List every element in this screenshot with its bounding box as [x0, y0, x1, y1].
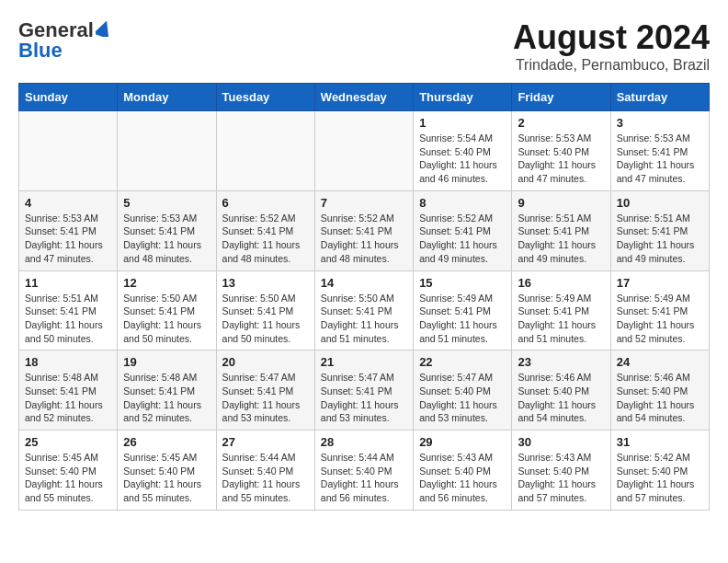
- day-of-week-header: Friday: [512, 84, 610, 111]
- day-of-week-header: Saturday: [610, 84, 709, 111]
- day-info: Sunrise: 5:44 AMSunset: 5:40 PMDaylight:…: [321, 451, 407, 505]
- day-number: 23: [518, 355, 604, 369]
- day-number: 19: [123, 355, 210, 369]
- sunrise-time: Sunrise: 5:43 AM: [518, 452, 591, 463]
- day-number: 2: [518, 116, 604, 130]
- daylight-hours: Daylight: 11 hours and 55 minutes.: [25, 478, 103, 503]
- calendar-day-cell: 6Sunrise: 5:52 AMSunset: 5:41 PMDaylight…: [216, 190, 314, 270]
- sunset-time: Sunset: 5:40 PM: [222, 465, 294, 477]
- day-number: 25: [25, 435, 111, 449]
- calendar-day-cell: 11Sunrise: 5:51 AMSunset: 5:41 PMDayligh…: [19, 270, 118, 350]
- sunset-time: Sunset: 5:40 PM: [518, 385, 589, 396]
- sunrise-time: Sunrise: 5:44 AM: [321, 452, 394, 463]
- day-info: Sunrise: 5:45 AMSunset: 5:40 PMDaylight:…: [25, 451, 111, 505]
- sunrise-time: Sunrise: 5:50 AM: [321, 293, 394, 304]
- sunset-time: Sunset: 5:41 PM: [123, 385, 195, 396]
- calendar-day-cell: 2Sunrise: 5:53 AMSunset: 5:40 PMDaylight…: [512, 111, 610, 191]
- daylight-hours: Daylight: 11 hours and 51 minutes.: [321, 319, 399, 344]
- svg-marker-0: [96, 20, 112, 37]
- sunrise-time: Sunrise: 5:53 AM: [123, 213, 197, 224]
- daylight-hours: Daylight: 11 hours and 56 minutes.: [321, 478, 399, 503]
- main-title: August 2024: [513, 18, 710, 57]
- sunrise-time: Sunrise: 5:53 AM: [25, 213, 98, 224]
- calendar-day-cell: 4Sunrise: 5:53 AMSunset: 5:41 PMDaylight…: [19, 190, 118, 270]
- day-info: Sunrise: 5:43 AMSunset: 5:40 PMDaylight:…: [518, 451, 604, 505]
- sunrise-time: Sunrise: 5:45 AM: [25, 452, 98, 463]
- day-number: 24: [617, 355, 703, 369]
- sunset-time: Sunset: 5:41 PM: [617, 146, 688, 157]
- sunrise-time: Sunrise: 5:45 AM: [123, 452, 197, 463]
- calendar-day-cell: [216, 111, 314, 191]
- calendar-day-cell: 8Sunrise: 5:52 AMSunset: 5:41 PMDaylight…: [414, 190, 512, 270]
- sunset-time: Sunset: 5:40 PM: [419, 465, 491, 477]
- sunset-time: Sunset: 5:41 PM: [518, 225, 589, 236]
- sunset-time: Sunset: 5:41 PM: [222, 385, 294, 396]
- day-number: 17: [617, 276, 703, 290]
- sunset-time: Sunset: 5:40 PM: [419, 146, 491, 157]
- daylight-hours: Daylight: 11 hours and 49 minutes.: [419, 239, 497, 264]
- sunrise-time: Sunrise: 5:48 AM: [25, 372, 98, 383]
- day-number: 13: [222, 276, 309, 290]
- day-info: Sunrise: 5:45 AMSunset: 5:40 PMDaylight:…: [123, 451, 210, 505]
- sunset-time: Sunset: 5:40 PM: [321, 465, 392, 477]
- daylight-hours: Daylight: 11 hours and 50 minutes.: [25, 319, 103, 344]
- day-number: 5: [123, 196, 210, 210]
- sunrise-time: Sunrise: 5:53 AM: [518, 132, 591, 144]
- calendar-day-cell: 26Sunrise: 5:45 AMSunset: 5:40 PMDayligh…: [118, 431, 216, 511]
- daylight-hours: Daylight: 11 hours and 50 minutes.: [123, 319, 201, 344]
- day-number: 22: [419, 355, 506, 369]
- sunrise-time: Sunrise: 5:50 AM: [123, 293, 197, 304]
- day-info: Sunrise: 5:52 AMSunset: 5:41 PMDaylight:…: [222, 212, 309, 266]
- sunrise-time: Sunrise: 5:43 AM: [419, 452, 493, 463]
- day-info: Sunrise: 5:47 AMSunset: 5:41 PMDaylight:…: [321, 371, 407, 425]
- calendar-day-cell: 17Sunrise: 5:49 AMSunset: 5:41 PMDayligh…: [610, 270, 709, 350]
- sunrise-time: Sunrise: 5:46 AM: [617, 372, 690, 383]
- sunrise-time: Sunrise: 5:52 AM: [321, 213, 394, 224]
- day-of-week-header: Monday: [118, 84, 216, 111]
- sunset-time: Sunset: 5:40 PM: [25, 465, 97, 477]
- day-number: 16: [518, 276, 604, 290]
- day-number: 11: [25, 276, 111, 290]
- day-number: 21: [321, 355, 407, 369]
- day-info: Sunrise: 5:44 AMSunset: 5:40 PMDaylight:…: [222, 451, 309, 505]
- day-number: 29: [419, 435, 506, 449]
- day-info: Sunrise: 5:49 AMSunset: 5:41 PMDaylight:…: [419, 292, 506, 346]
- day-info: Sunrise: 5:51 AMSunset: 5:41 PMDaylight:…: [617, 212, 703, 266]
- calendar-day-cell: 18Sunrise: 5:48 AMSunset: 5:41 PMDayligh…: [19, 350, 118, 431]
- title-section: August 2024 Trindade, Pernambuco, Brazil: [513, 18, 710, 74]
- sunrise-time: Sunrise: 5:44 AM: [222, 452, 296, 463]
- daylight-hours: Daylight: 11 hours and 49 minutes.: [617, 239, 695, 264]
- day-info: Sunrise: 5:46 AMSunset: 5:40 PMDaylight:…: [617, 371, 703, 425]
- daylight-hours: Daylight: 11 hours and 52 minutes.: [123, 399, 201, 424]
- day-number: 14: [321, 276, 407, 290]
- calendar-day-cell: 24Sunrise: 5:46 AMSunset: 5:40 PMDayligh…: [610, 350, 709, 431]
- sunset-time: Sunset: 5:41 PM: [222, 305, 294, 316]
- sunset-time: Sunset: 5:41 PM: [518, 305, 589, 316]
- sunrise-time: Sunrise: 5:53 AM: [617, 132, 690, 144]
- daylight-hours: Daylight: 11 hours and 53 minutes.: [222, 399, 301, 424]
- calendar-day-cell: 19Sunrise: 5:48 AMSunset: 5:41 PMDayligh…: [118, 350, 216, 431]
- day-number: 10: [617, 196, 703, 210]
- day-info: Sunrise: 5:51 AMSunset: 5:41 PMDaylight:…: [518, 212, 604, 266]
- calendar-day-cell: 23Sunrise: 5:46 AMSunset: 5:40 PMDayligh…: [512, 350, 610, 431]
- sunset-time: Sunset: 5:41 PM: [419, 225, 491, 236]
- sunrise-time: Sunrise: 5:49 AM: [419, 293, 493, 304]
- sunset-time: Sunset: 5:40 PM: [518, 146, 589, 157]
- calendar-day-cell: 20Sunrise: 5:47 AMSunset: 5:41 PMDayligh…: [216, 350, 314, 431]
- day-info: Sunrise: 5:49 AMSunset: 5:41 PMDaylight:…: [518, 292, 604, 346]
- day-info: Sunrise: 5:48 AMSunset: 5:41 PMDaylight:…: [25, 371, 111, 425]
- calendar-week-row: 4Sunrise: 5:53 AMSunset: 5:41 PMDaylight…: [19, 190, 710, 270]
- day-of-week-header: Tuesday: [216, 84, 314, 111]
- day-of-week-header: Thursday: [414, 84, 512, 111]
- sunrise-time: Sunrise: 5:42 AM: [617, 452, 690, 463]
- day-info: Sunrise: 5:50 AMSunset: 5:41 PMDaylight:…: [222, 292, 309, 346]
- day-info: Sunrise: 5:50 AMSunset: 5:41 PMDaylight:…: [123, 292, 210, 346]
- day-info: Sunrise: 5:53 AMSunset: 5:40 PMDaylight:…: [518, 132, 604, 186]
- sunrise-time: Sunrise: 5:50 AM: [222, 293, 296, 304]
- calendar-day-cell: 30Sunrise: 5:43 AMSunset: 5:40 PMDayligh…: [512, 431, 610, 511]
- sunset-time: Sunset: 5:40 PM: [419, 385, 491, 396]
- sunrise-time: Sunrise: 5:46 AM: [518, 372, 591, 383]
- daylight-hours: Daylight: 11 hours and 55 minutes.: [123, 478, 201, 503]
- calendar-day-cell: [118, 111, 216, 191]
- day-of-week-header: Wednesday: [314, 84, 413, 111]
